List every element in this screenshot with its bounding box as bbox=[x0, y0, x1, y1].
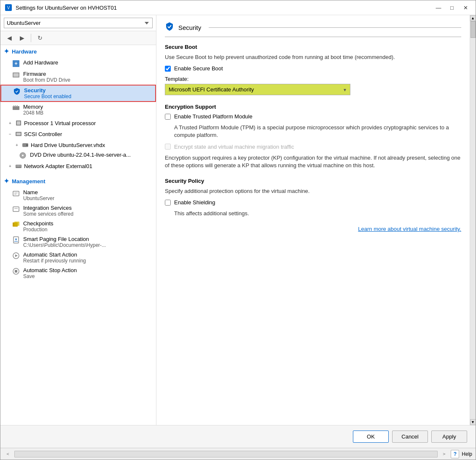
enable-tpm-label[interactable]: Enable Trusted Platform Module bbox=[174, 113, 253, 120]
secure-boot-description: Use Secure Boot to help prevent unauthor… bbox=[165, 53, 461, 61]
processor-icon bbox=[15, 119, 22, 127]
sidebar-item-smart-paging[interactable]: Smart Paging File Location C:\Users\Publ… bbox=[0, 234, 156, 250]
scsi-text: SCSI Controller bbox=[24, 131, 62, 137]
auto-stop-icon bbox=[12, 267, 20, 275]
hard-drive-expand-icon: + bbox=[14, 143, 20, 147]
svg-rect-22 bbox=[13, 191, 19, 196]
integration-icon bbox=[12, 205, 20, 213]
svg-rect-8 bbox=[15, 105, 16, 107]
dvd-name: DVD Drive bbox=[30, 152, 56, 158]
cancel-button[interactable]: Cancel bbox=[392, 431, 428, 443]
auto-start-sub: Restart if previously running bbox=[23, 258, 86, 264]
svg-rect-20 bbox=[18, 166, 19, 166]
vm-dropdown[interactable]: UbuntuServer bbox=[4, 18, 153, 28]
sidebar-item-memory[interactable]: Memory 2048 MB bbox=[0, 102, 156, 118]
template-dropdown[interactable]: Microsoft UEFI Certificate Authority Mic… bbox=[165, 84, 350, 95]
right-scrollbar[interactable]: ▲ ▼ bbox=[470, 15, 476, 425]
add-hardware-text: Add Hardware bbox=[23, 59, 58, 66]
scroll-down-arrow[interactable]: ▼ bbox=[470, 419, 476, 425]
sidebar-item-auto-start[interactable]: Automatic Start Action Restart if previo… bbox=[0, 250, 156, 265]
firmware-text: Firmware Boot from DVD Drive bbox=[23, 71, 70, 83]
sidebar-item-firmware[interactable]: Firmware Boot from DVD Drive bbox=[0, 69, 156, 85]
hard-drive-text: Hard Drive UbuntuServer.vhdx bbox=[31, 142, 105, 148]
status-bar: ＜ ＞ ? Help bbox=[0, 448, 476, 460]
sidebar-item-checkpoints[interactable]: Checkpoints Production bbox=[0, 219, 156, 234]
enable-shielding-label[interactable]: Enable Shielding bbox=[174, 199, 215, 206]
window-title: Settings for UbuntuServer on HVHOST01 bbox=[16, 5, 433, 11]
refresh-button[interactable]: ↻ bbox=[35, 33, 46, 43]
svg-rect-13 bbox=[16, 133, 21, 135]
memory-text: Memory 2048 MB bbox=[23, 104, 43, 116]
encryption-title: Encryption Support bbox=[165, 104, 461, 110]
enable-secure-boot-label[interactable]: Enable Secure Boot bbox=[174, 65, 223, 72]
status-scroll-track[interactable] bbox=[14, 451, 438, 457]
minimize-button[interactable]: — bbox=[433, 3, 444, 12]
toolbar-divider bbox=[31, 34, 31, 42]
security-sub: Secure Boot enabled bbox=[24, 94, 71, 99]
window-controls: — □ ✕ bbox=[433, 3, 471, 12]
svg-text:V: V bbox=[7, 5, 10, 10]
scsi-name: SCSI Controller bbox=[24, 131, 62, 137]
sidebar-item-processor[interactable]: + Processor 1 Virtual processor bbox=[0, 118, 156, 128]
security-section-title: Security bbox=[165, 22, 461, 37]
apply-button[interactable]: Apply bbox=[431, 431, 467, 443]
sidebar-item-auto-stop[interactable]: Automatic Stop Action Save bbox=[0, 265, 156, 281]
forward-button[interactable]: ▶ bbox=[16, 33, 27, 43]
checkpoints-icon bbox=[12, 221, 20, 228]
name-value: UbuntuServer bbox=[23, 195, 54, 201]
firmware-name: Firmware bbox=[23, 71, 70, 77]
integration-name: Integration Services bbox=[23, 205, 73, 211]
encrypt-traffic-label: Encrypt state and virtual machine migrat… bbox=[174, 144, 294, 150]
enable-shielding-checkbox[interactable] bbox=[165, 200, 171, 206]
enable-tpm-row: Enable Trusted Platform Module bbox=[165, 113, 461, 120]
scroll-up-arrow[interactable]: ▲ bbox=[470, 15, 476, 21]
security-shield-icon bbox=[165, 22, 174, 33]
learn-more-link[interactable]: Learn more about virtual machine securit… bbox=[165, 226, 461, 232]
scsi-icon bbox=[15, 130, 22, 138]
svg-rect-25 bbox=[13, 207, 19, 211]
back-button[interactable]: ◀ bbox=[4, 33, 15, 43]
sidebar-item-dvd-drive[interactable]: DVD Drive ubuntu-22.04.1-live-server-a..… bbox=[7, 150, 156, 160]
scroll-track bbox=[470, 21, 476, 419]
status-back-btn[interactable]: ＜ bbox=[4, 450, 12, 458]
enable-tpm-checkbox[interactable] bbox=[165, 114, 171, 120]
svg-rect-21 bbox=[20, 166, 21, 166]
security-title-text: Security bbox=[178, 24, 201, 31]
name-icon bbox=[12, 190, 20, 197]
kp-description: Encryption support requires a key protec… bbox=[165, 154, 461, 169]
add-hardware-icon: + bbox=[12, 60, 20, 67]
security-policy-description: Specify additional protection options fo… bbox=[165, 187, 461, 195]
hard-drive-icon bbox=[22, 141, 29, 149]
firmware-icon bbox=[12, 71, 20, 79]
scroll-thumb[interactable] bbox=[471, 21, 476, 38]
close-button[interactable]: ✕ bbox=[460, 3, 471, 12]
scsi-expandable: − SCSI Controller bbox=[0, 128, 156, 160]
scsi-expand-icon: − bbox=[7, 132, 13, 136]
sidebar-item-hard-drive[interactable]: + Hard Drive UbuntuServer.vhdx bbox=[7, 139, 156, 150]
sidebar-item-network[interactable]: + Network Adapter External01 bbox=[0, 160, 156, 171]
management-star-icon: ✦ bbox=[4, 177, 9, 185]
network-icon bbox=[15, 162, 22, 170]
enable-secure-boot-checkbox[interactable] bbox=[165, 66, 171, 72]
sidebar-item-security[interactable]: Security Secure Boot enabled bbox=[0, 85, 156, 102]
management-header-label: Management bbox=[12, 178, 45, 185]
sidebar-item-name[interactable]: Name UbuntuServer bbox=[0, 187, 156, 203]
svg-rect-5 bbox=[13, 73, 19, 77]
hard-drive-name: Hard Drive bbox=[31, 142, 57, 148]
smart-paging-sub: C:\Users\Public\Documents\Hyper-... bbox=[23, 242, 106, 248]
sidebar-item-add-hardware[interactable]: + Add Hardware bbox=[0, 58, 156, 69]
security-text: Security Secure Boot enabled bbox=[24, 87, 71, 99]
auto-stop-text: Automatic Stop Action Save bbox=[23, 267, 77, 279]
sidebar-item-scsi[interactable]: − SCSI Controller bbox=[0, 128, 156, 139]
status-forward-btn[interactable]: ＞ bbox=[440, 450, 448, 458]
encrypt-traffic-row: Encrypt state and virtual machine migrat… bbox=[165, 144, 461, 150]
maximize-button[interactable]: □ bbox=[446, 3, 458, 12]
encryption-section: Encryption Support Enable Trusted Platfo… bbox=[165, 104, 461, 169]
sidebar-item-integration[interactable]: Integration Services Some services offer… bbox=[0, 203, 156, 219]
ok-button[interactable]: OK bbox=[353, 431, 389, 443]
memory-icon bbox=[12, 104, 20, 112]
name-text: Name UbuntuServer bbox=[23, 189, 54, 201]
content-area: Security Secure Boot Use Secure Boot to … bbox=[156, 15, 470, 425]
checkpoints-name: Checkpoints bbox=[23, 220, 54, 227]
processor-name: Processor bbox=[24, 120, 49, 126]
